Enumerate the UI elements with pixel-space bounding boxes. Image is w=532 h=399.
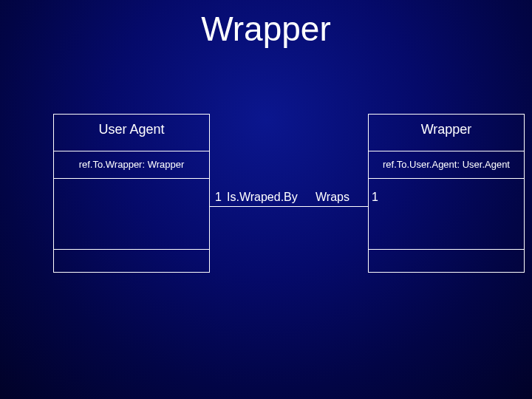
- association-left-role: Is.Wraped.By: [227, 191, 298, 204]
- slide-stage: Wrapper User Agent ref.To.Wrapper: Wrapp…: [0, 0, 532, 399]
- association-left-multiplicity: 1: [215, 191, 222, 204]
- uml-class-name: Wrapper: [369, 115, 524, 151]
- uml-class-user-agent: User Agent ref.To.Wrapper: Wrapper: [53, 114, 210, 273]
- uml-class-compartment: [369, 179, 524, 250]
- slide-title: Wrapper: [0, 9, 532, 49]
- uml-class-attribute: ref.To.Wrapper: Wrapper: [54, 151, 209, 179]
- uml-class-compartment: [54, 179, 209, 250]
- uml-class-name: User Agent: [54, 115, 209, 151]
- uml-class-compartment: [369, 250, 524, 272]
- uml-class-wrapper: Wrapper ref.To.User.Agent: User.Agent: [368, 114, 525, 273]
- association-line: [209, 206, 368, 207]
- uml-class-attribute: ref.To.User.Agent: User.Agent: [369, 151, 524, 179]
- association-right-multiplicity: 1: [372, 191, 378, 204]
- association-right-role: Wraps: [316, 191, 349, 204]
- uml-class-compartment: [54, 250, 209, 272]
